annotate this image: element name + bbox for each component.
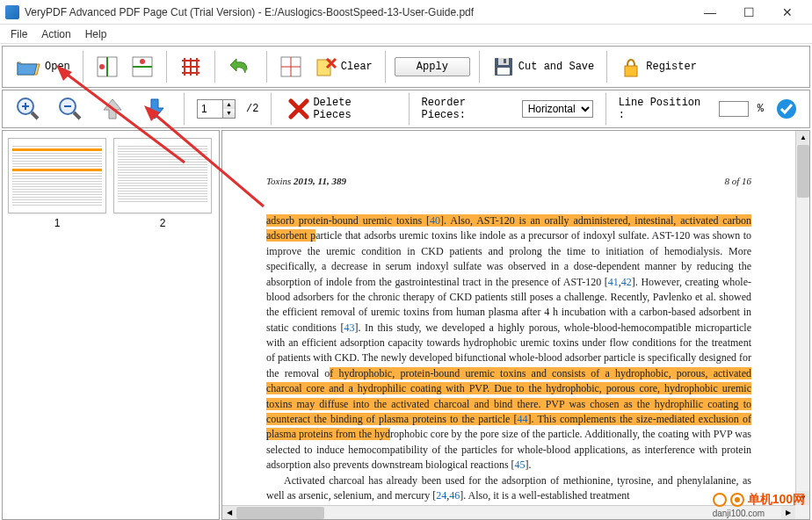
thumbnail-panel: 1 2	[2, 130, 220, 520]
line-position-label: Line Position :	[619, 97, 710, 121]
clear-label: Clear	[341, 61, 373, 73]
separator	[184, 93, 185, 125]
percent-label: %	[758, 103, 764, 115]
apply-button[interactable]: Apply	[395, 57, 470, 76]
window-title: VeryPDF Advanced PDF Page Cut (Trial Ver…	[25, 6, 691, 18]
open-button[interactable]: Open	[11, 54, 74, 80]
separator	[271, 93, 272, 125]
thumbnail-label-1: 1	[8, 213, 106, 229]
menu-help[interactable]: Help	[78, 26, 114, 42]
register-button[interactable]: Register	[616, 54, 700, 80]
delete-pieces-label: Delete Pieces	[313, 97, 392, 121]
undo-button[interactable]	[224, 54, 257, 80]
lock-icon	[620, 55, 642, 78]
zoom-in-button[interactable]	[11, 94, 45, 124]
menu-file[interactable]: File	[4, 26, 34, 42]
cut-save-label: Cut and Save	[518, 61, 594, 73]
watermark-url: danji100.com	[713, 509, 805, 518]
next-page-button[interactable]	[138, 94, 171, 124]
doc-paragraph: Activated charcoal has already been used…	[266, 473, 751, 504]
register-label: Register	[646, 61, 697, 73]
document-viewport[interactable]: Toxins 2019, 11, 389 8 of 16 adsorb prot…	[222, 131, 795, 505]
separator	[83, 51, 83, 83]
page-up-spinner[interactable]: ▲	[222, 100, 235, 109]
svg-line-26	[74, 112, 80, 119]
separator	[266, 51, 267, 83]
add-vertical-cut-button[interactable]	[92, 54, 122, 80]
page-number-field[interactable]	[198, 103, 222, 115]
doc-issue: 2019, 11, 389	[294, 176, 346, 186]
page-down-spinner[interactable]: ▼	[222, 109, 235, 118]
separator	[605, 93, 606, 125]
horizontal-scrollbar[interactable]: ◀ ▶	[222, 505, 795, 519]
menu-action[interactable]: Action	[34, 26, 77, 42]
cut-and-save-button[interactable]: Cut and Save	[489, 54, 598, 80]
delete-pieces-button[interactable]: Delete Pieces	[284, 95, 395, 123]
thumbnail-page-2[interactable]: 2	[113, 138, 212, 229]
doc-page-number: 8 of 16	[724, 175, 751, 189]
svg-rect-20	[625, 66, 637, 76]
separator	[385, 51, 386, 83]
svg-line-22	[32, 112, 38, 119]
grid-button[interactable]	[176, 54, 206, 80]
folder-open-icon	[15, 55, 41, 78]
page-total: /2	[246, 103, 258, 115]
zoom-out-icon	[57, 96, 83, 122]
scroll-thumb[interactable]	[797, 145, 809, 198]
prev-page-button[interactable]	[96, 94, 129, 124]
clear-button[interactable]: Clear	[311, 54, 376, 80]
reorder-label: Reorder Pieces:	[422, 97, 513, 121]
close-button[interactable]: ✕	[768, 0, 807, 25]
grid-horizontal-icon	[131, 55, 154, 78]
watermark-brand: 单机100网	[748, 492, 805, 508]
page-input[interactable]: ▲ ▼	[197, 99, 236, 119]
minimize-button[interactable]: —	[691, 0, 729, 25]
grid-vertical-icon	[96, 55, 119, 78]
thumbnail-label-2: 2	[113, 213, 212, 229]
grid-icon	[179, 55, 202, 78]
confirm-position-button[interactable]	[772, 97, 801, 121]
arrow-up-icon	[99, 96, 126, 122]
cut-piece-button[interactable]	[276, 54, 306, 80]
line-position-input[interactable]	[719, 101, 749, 117]
open-label: Open	[45, 61, 70, 73]
undo-icon	[228, 55, 254, 78]
separator	[606, 51, 607, 83]
zoom-in-icon	[15, 96, 41, 122]
save-icon	[492, 55, 515, 78]
svg-rect-18	[497, 68, 510, 75]
doc-journal: Toxins	[266, 176, 291, 186]
separator	[214, 51, 215, 83]
maximize-button[interactable]: ☐	[729, 0, 768, 25]
watermark: 单机100网 danji100.com	[713, 492, 805, 518]
doc-paragraph: adsorb protein-bound uremic toxins [40].…	[266, 213, 751, 473]
svg-point-5	[140, 59, 145, 64]
svg-point-2	[99, 64, 105, 69]
separator	[409, 93, 410, 125]
clear-icon	[315, 55, 337, 78]
reorder-select[interactable]: Horizontal	[522, 100, 593, 118]
scroll-up-arrow[interactable]: ▲	[796, 131, 810, 145]
add-horizontal-cut-button[interactable]	[127, 54, 157, 80]
svg-rect-19	[504, 59, 506, 63]
vertical-scrollbar[interactable]: ▲ ▼	[795, 131, 809, 505]
document-preview: Toxins 2019, 11, 389 8 of 16 adsorb prot…	[221, 130, 810, 520]
delete-x-icon	[287, 98, 309, 120]
scroll-left-arrow[interactable]: ◀	[222, 506, 236, 520]
app-icon	[5, 5, 19, 19]
zoom-out-button[interactable]	[54, 94, 87, 124]
thumbnail-page-1[interactable]: 1	[8, 138, 106, 229]
arrow-down-icon	[141, 96, 168, 122]
scroll-thumb[interactable]	[236, 507, 324, 519]
separator	[166, 51, 167, 83]
check-circle-icon	[776, 98, 797, 119]
cut-grid-icon	[279, 55, 302, 78]
separator	[479, 51, 480, 83]
